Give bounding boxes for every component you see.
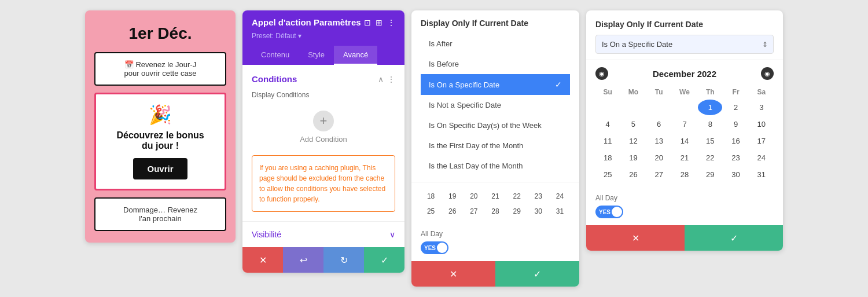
cal-day-21[interactable]: 21 — [672, 150, 697, 166]
screenshots-row: 1er Déc. 📅 Revenez le Jour-Jpour ouvrir … — [85, 10, 783, 287]
panel-header-title: Appel d'action Paramètres — [252, 17, 361, 27]
calendar-panel-title: Display Only If Current Date — [595, 20, 774, 29]
cal-day-23[interactable]: 23 — [723, 150, 748, 166]
dots-icon[interactable]: ⋮ — [387, 75, 395, 84]
calendar-body: ◉ December 2022 ◉ Su Mo Tu We Th Fr Sa 1… — [586, 60, 783, 189]
cal-day-13[interactable]: 13 — [647, 133, 671, 149]
cal-day-29[interactable]: 29 — [698, 167, 722, 182]
cal-day-28[interactable]: 28 — [672, 167, 697, 182]
cal-day-27[interactable]: 27 — [647, 167, 671, 182]
tab-style[interactable]: Style — [299, 46, 334, 65]
cal-day-22[interactable]: 22 — [698, 150, 722, 166]
crop-icon[interactable]: ⊡ — [364, 18, 371, 27]
cal-day-30[interactable]: 30 — [723, 167, 748, 182]
calendar-prev-button[interactable]: ◉ — [595, 67, 608, 80]
cal-day-6[interactable]: 6 — [647, 116, 671, 132]
condition-is-first-day[interactable]: Is the First Day of the Month — [421, 135, 570, 156]
cal-day-5[interactable]: 5 — [621, 116, 645, 132]
cal-day-25[interactable]: 25 — [595, 167, 620, 182]
calendar-next-button[interactable]: ◉ — [761, 67, 774, 80]
cal-day-24[interactable]: 24 — [749, 150, 774, 166]
cal-day-15[interactable]: 15 — [698, 133, 722, 149]
cal-day-19[interactable]: 19 — [621, 150, 645, 166]
section-icons: ∧ ⋮ — [378, 75, 395, 84]
cal-day-10[interactable]: 10 — [749, 116, 774, 132]
add-condition-button[interactable]: + Add Condition — [252, 111, 395, 144]
cal-day-16[interactable]: 16 — [723, 133, 748, 149]
cal-day-14[interactable]: 14 — [672, 133, 697, 149]
condition-is-not-specific-date[interactable]: Is Not a Specific Date — [421, 95, 570, 115]
calendar-cancel-button[interactable]: ✕ — [586, 225, 685, 251]
condition-is-on-specific-date[interactable]: Is On a Specific Date ✓ — [421, 74, 570, 95]
preset-label[interactable]: Preset: Défaut ▾ — [252, 32, 395, 40]
cal-day-26[interactable]: 26 — [621, 167, 645, 182]
panel-tabs: Contenu Style Avancé — [252, 46, 395, 65]
cal-day-empty — [647, 100, 671, 115]
chevron-up-icon[interactable]: ∧ — [378, 75, 384, 84]
calendar-nav: ◉ December 2022 ◉ — [595, 67, 774, 80]
cal-cell: 23 — [528, 189, 549, 203]
undo-button[interactable]: ↩ — [283, 247, 323, 273]
date-condition-select[interactable]: Is On a Specific Date Is After Is Before… — [595, 35, 774, 54]
cal-day-9[interactable]: 9 — [723, 116, 748, 132]
box3-text: Dommage… Revenezl'an prochain — [123, 206, 197, 223]
cal-cell: 21 — [485, 189, 505, 203]
allday-label: All Day — [421, 230, 570, 238]
toggle-pill[interactable]: YES — [421, 241, 448, 254]
allday-section: All Day YES — [411, 225, 579, 261]
cancel-button[interactable]: ✕ — [242, 247, 283, 273]
conditions-section-header: Conditions ∧ ⋮ — [252, 74, 395, 84]
cal-day-2[interactable]: 2 — [723, 100, 748, 115]
cal-cell: 26 — [442, 204, 462, 218]
more-icon[interactable]: ⋮ — [387, 18, 395, 27]
caching-warning-text: If you are using a caching plugin, This … — [259, 163, 388, 204]
check-icon: ✓ — [555, 80, 562, 89]
tab-contenu[interactable]: Contenu — [252, 46, 299, 65]
cal-day-3[interactable]: 3 — [749, 100, 774, 115]
condition-is-last-day[interactable]: Is the Last Day of the Month — [421, 156, 570, 176]
ouvrir-button[interactable]: Ouvrir — [133, 158, 187, 179]
calendar-icon: 📅 — [124, 60, 134, 69]
panel-conditions: Appel d'action Paramètres ⊡ ⊞ ⋮ Preset: … — [242, 10, 404, 273]
cal-day-8[interactable]: 8 — [698, 116, 722, 132]
bonus-emoji: 🎉 — [103, 104, 218, 126]
cal-day-empty — [621, 100, 645, 115]
conditions-section-title: Conditions — [252, 74, 297, 84]
cal-day-1[interactable]: 1 — [698, 100, 722, 115]
cal-day-7[interactable]: 7 — [672, 116, 697, 132]
condition-is-before[interactable]: Is Before — [421, 54, 570, 74]
condition-is-on-specific-day[interactable]: Is On Specific Day(s) of the Week — [421, 115, 570, 135]
cal-cell: 30 — [528, 204, 549, 218]
condition-is-after[interactable]: Is After — [421, 34, 570, 54]
grid-icon[interactable]: ⊞ — [376, 18, 382, 27]
save-button[interactable]: ✓ — [364, 247, 404, 273]
date-save-button[interactable]: ✓ — [495, 261, 579, 287]
calendar-footer: ✕ ✓ — [586, 225, 783, 251]
preview-box-highlight: 🎉 Découvrez le bonusdu jour ! Ouvrir — [94, 93, 226, 190]
chevron-down-icon: ∨ — [389, 230, 395, 239]
cal-day-12[interactable]: 12 — [621, 133, 645, 149]
cal-day-18[interactable]: 18 — [595, 150, 620, 166]
bonus-text: Découvrez le bonusdu jour ! — [103, 130, 218, 151]
redo-button[interactable]: ↻ — [323, 247, 364, 273]
calendar-toggle-pill[interactable]: YES — [595, 206, 623, 218]
calendar-allday-label: All Day — [595, 194, 774, 202]
panel-date: Display Only If Current Date Is After Is… — [411, 10, 579, 287]
conditions-footer: ✕ ↩ ↻ ✓ — [242, 247, 404, 273]
cal-day-4[interactable]: 4 — [595, 116, 620, 132]
cal-day-11[interactable]: 11 — [595, 133, 620, 149]
cal-day-31[interactable]: 31 — [749, 167, 774, 182]
calendar-save-button[interactable]: ✓ — [685, 225, 783, 251]
visibility-section[interactable]: Visibilité ∨ — [242, 221, 404, 247]
panel-preview: 1er Déc. 📅 Revenez le Jour-Jpour ouvrir … — [85, 10, 236, 243]
day-header-sa: Sa — [749, 86, 774, 98]
panel-calendar: Display Only If Current Date Is On a Spe… — [586, 10, 783, 251]
cal-day-17[interactable]: 17 — [749, 133, 774, 149]
day-header-we: We — [672, 86, 697, 98]
tab-avance[interactable]: Avancé — [334, 46, 377, 65]
cal-cell: 24 — [550, 189, 570, 203]
cal-day-20[interactable]: 20 — [647, 150, 671, 166]
day-header-mo: Mo — [621, 86, 645, 98]
add-condition-circle-icon: + — [313, 111, 334, 131]
date-cancel-button[interactable]: ✕ — [411, 261, 495, 287]
